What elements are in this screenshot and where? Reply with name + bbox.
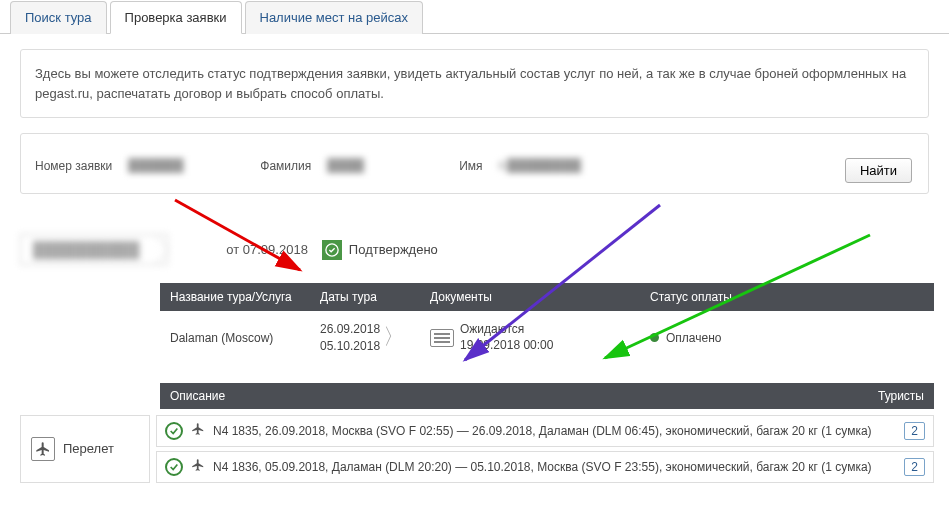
tourists-header: Туристы xyxy=(878,389,924,403)
info-text: Здесь вы можете отследить статус подтвер… xyxy=(20,49,929,118)
confirm-badge: Подтверждено xyxy=(322,240,438,260)
booking-date: от 07.09.2018 xyxy=(226,242,308,257)
tab-check-booking[interactable]: Проверка заявки xyxy=(110,1,242,34)
check-circle-icon xyxy=(165,458,183,476)
th-tour-name: Название тура/Услуга xyxy=(170,290,320,304)
tab-seat-availability[interactable]: Наличие мест на рейсах xyxy=(245,1,424,34)
tour-date-end: 05.10.2018 xyxy=(320,338,380,355)
tourist-count-badge[interactable]: 2 xyxy=(904,458,925,476)
th-payment: Статус оплаты xyxy=(650,290,924,304)
booking-number-label: Номер заявки xyxy=(35,159,112,173)
status-dot-icon xyxy=(650,333,659,342)
surname-input[interactable] xyxy=(319,152,429,179)
flight-row: N4 1836, 05.09.2018, Даламан (DLM 20:20)… xyxy=(156,451,934,483)
find-button[interactable]: Найти xyxy=(845,158,912,183)
name-input[interactable] xyxy=(491,152,601,179)
name-label: Имя xyxy=(459,159,482,173)
search-panel: Номер заявки Фамилия Имя Найти xyxy=(20,133,929,194)
check-circle-icon xyxy=(165,422,183,440)
chevron-right-icon: 〉 xyxy=(383,322,405,353)
document-icon xyxy=(430,329,454,347)
docs-status: Ожидаются xyxy=(460,322,553,338)
tour-name: Dalaman (Moscow) xyxy=(170,331,320,345)
tour-date-start: 26.09.2018 xyxy=(320,321,380,338)
th-dates: Даты тура xyxy=(320,290,430,304)
check-icon xyxy=(322,240,342,260)
services-table-header: Название тура/Услуга Даты тура Документы… xyxy=(160,283,934,311)
flight-text: N4 1836, 05.09.2018, Даламан (DLM 20:20)… xyxy=(213,460,896,474)
service-row: Dalaman (Moscow) 26.09.2018 05.10.2018 〉… xyxy=(160,311,934,365)
payment-status: Оплачено xyxy=(666,331,721,345)
docs-date: 19.09.2018 00:00 xyxy=(460,338,553,354)
surname-label: Фамилия xyxy=(260,159,311,173)
flight-section-label: Перелет xyxy=(20,415,150,483)
flight-label-text: Перелет xyxy=(63,441,114,456)
tab-search-tour[interactable]: Поиск тура xyxy=(10,1,107,34)
details-header: Описание Туристы xyxy=(160,383,934,409)
tab-bar: Поиск тура Проверка заявки Наличие мест … xyxy=(0,0,949,34)
tourist-count-badge[interactable]: 2 xyxy=(904,422,925,440)
plane-icon xyxy=(191,458,205,475)
th-documents: Документы xyxy=(430,290,650,304)
confirm-text: Подтверждено xyxy=(349,242,438,257)
flight-row: N4 1835, 26.09.2018, Москва (SVO F 02:55… xyxy=(156,415,934,447)
booking-number-input[interactable] xyxy=(120,152,230,179)
flight-text: N4 1835, 26.09.2018, Москва (SVO F 02:55… xyxy=(213,424,896,438)
desc-header: Описание xyxy=(170,389,225,403)
booking-number-tag: ██████████ xyxy=(20,234,168,265)
plane-icon xyxy=(191,422,205,439)
booking-status-row: ██████████ от 07.09.2018 Подтверждено xyxy=(20,234,949,265)
plane-icon xyxy=(31,437,55,461)
